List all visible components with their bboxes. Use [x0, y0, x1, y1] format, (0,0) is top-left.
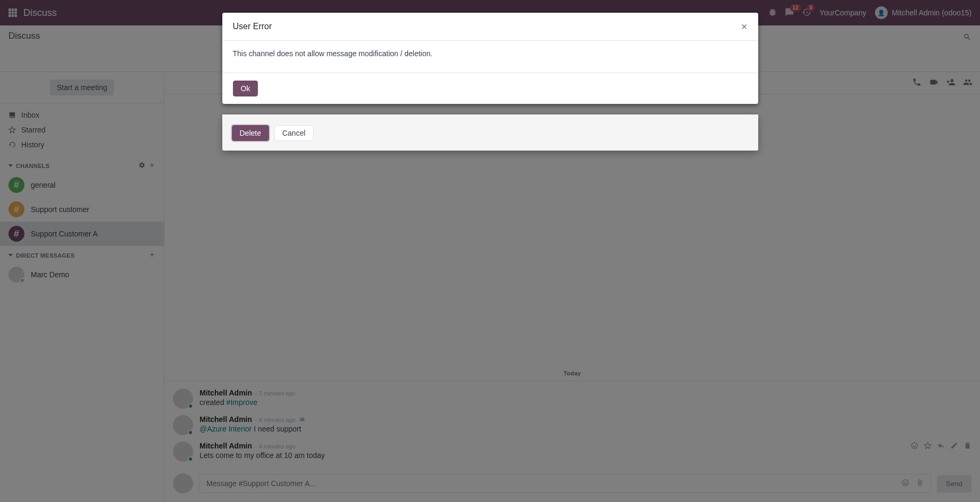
error-modal: User Error × This channel does not allow… [222, 13, 758, 104]
close-icon[interactable]: × [741, 21, 748, 32]
confirm-delete-modal: Delete Cancel [222, 115, 758, 151]
cancel-button[interactable]: Cancel [274, 125, 314, 141]
modal-title: User Error [233, 22, 272, 31]
ok-button[interactable]: Ok [233, 81, 258, 96]
modal-body: This channel does not allow message modi… [222, 41, 758, 73]
delete-button[interactable]: Delete [232, 125, 269, 141]
